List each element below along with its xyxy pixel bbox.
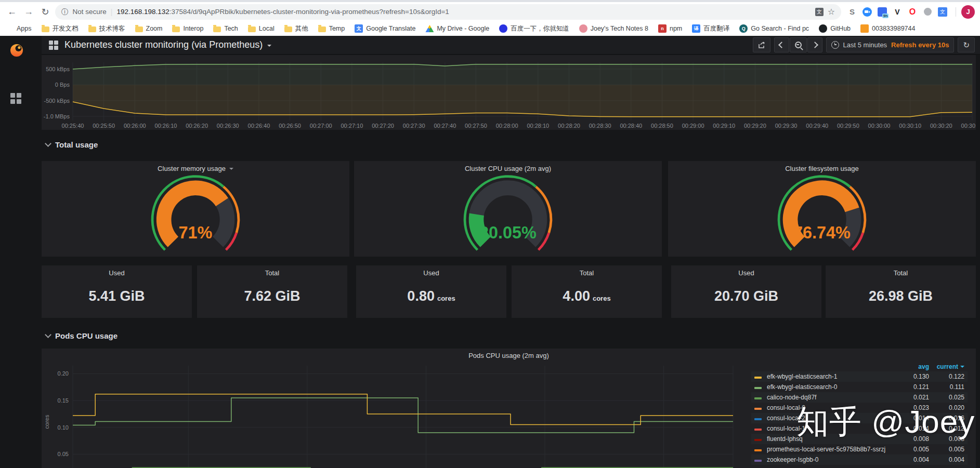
legend-swatch [754, 408, 762, 410]
svg-text:00:27:20: 00:27:20 [372, 123, 394, 129]
v-extension-icon[interactable]: V [893, 7, 902, 17]
bookmark-item[interactable]: 开发文档 [42, 24, 79, 33]
stat-panel: Used5.41 GiB [42, 265, 192, 318]
bookmark-item[interactable]: 其他 [284, 24, 308, 33]
panel-title[interactable]: Total [580, 265, 594, 277]
chevron-down-icon [45, 331, 51, 338]
profile-avatar[interactable]: J [961, 5, 975, 19]
panel-title[interactable]: Used [738, 265, 754, 277]
stat-panel: Total4.00cores [512, 265, 662, 318]
bookmark-item[interactable]: Interop [172, 25, 203, 32]
legend-swatch [754, 397, 762, 399]
svg-text:00:26:00: 00:26:00 [124, 123, 146, 129]
s-extension-icon[interactable]: S [847, 7, 857, 17]
bookmark-label: Joey's Tech Notes 8 [591, 25, 648, 32]
bookmark-label: Apps [17, 25, 32, 32]
bookmark-item[interactable]: 文Google Translate [355, 24, 415, 33]
bookmark-label: 百度一下，你就知道 [511, 24, 569, 33]
svg-text:0.20: 0.20 [58, 370, 69, 377]
stat-panel: Used20.70 GiB [671, 265, 821, 318]
legend-col-current[interactable]: current [929, 363, 964, 370]
legend-col-avg[interactable]: avg [897, 363, 929, 370]
time-back-button[interactable] [774, 37, 789, 52]
svg-text:500 kBps: 500 kBps [46, 66, 70, 72]
google-translate-extension-icon[interactable]: 文 [938, 7, 947, 17]
refresh-button[interactable]: ↻ [958, 37, 975, 52]
svg-text:00:27:30: 00:27:30 [403, 123, 425, 129]
panel-title-text: Cluster filesystem usage [785, 165, 859, 172]
bookmark-item[interactable]: Tech [213, 25, 238, 32]
gauge-row: Cluster memory usage71%Cluster CPU usage… [42, 161, 976, 257]
zoom-camera-icon[interactable] [863, 7, 872, 17]
clock-icon [831, 41, 839, 49]
dashboard-grid-icon[interactable] [49, 41, 58, 50]
panel-title[interactable]: Cluster memory usage [158, 161, 233, 172]
bookmark-label: Tech [224, 25, 238, 32]
bookmark-item[interactable]: 003833989744 [860, 24, 915, 33]
grafana-logo-icon[interactable] [9, 43, 24, 60]
address-bar[interactable]: ⓘ Not secure | 192.168.198.132:37584/d/9… [55, 4, 841, 20]
dashboard-title[interactable]: Kubernetes cluster monitoring (via Prome… [64, 39, 271, 50]
watermark: 知乎 @Joey [796, 400, 975, 444]
bookmark-item[interactable]: Joey's Tech Notes 8 [579, 24, 648, 33]
panel-title[interactable]: Total [265, 265, 279, 277]
bookmark-item[interactable]: nnpm [658, 24, 682, 33]
forward-button[interactable]: → [22, 5, 35, 19]
network-io-panel: 500 kBps0 Bps-500 kBps-1.0 MBps00:25:400… [42, 55, 976, 130]
extensions-row: S 9h V O 文 [847, 7, 947, 17]
section-pods-cpu[interactable]: Pods CPU usage [42, 328, 976, 343]
refresh-icon: ↻ [963, 41, 970, 50]
dashboards-icon[interactable] [10, 93, 21, 104]
svg-text:00:28:20: 00:28:20 [558, 123, 580, 129]
stat-unit: cores [593, 295, 611, 302]
panel-title[interactable]: Used [423, 265, 439, 277]
bookmark-item[interactable]: Zoom [135, 25, 163, 32]
info-icon[interactable]: ⓘ [61, 7, 69, 17]
panel-title[interactable]: Pods CPU usage (2m avg) [42, 349, 976, 359]
bookmark-item[interactable]: My Drive - Google [425, 25, 489, 32]
bookmark-item[interactable]: Temp [318, 25, 345, 32]
section-total-usage[interactable]: Total usage [42, 137, 976, 152]
legend-series-name[interactable]: efk-wbygl-elasticsearch-1 [767, 373, 897, 380]
bookmark-label: 其他 [295, 24, 308, 33]
zoom-out-button[interactable] [790, 37, 807, 52]
translate-icon[interactable]: 文 [815, 8, 824, 16]
gauge-panel: Cluster memory usage71% [42, 161, 349, 257]
legend-row: prometheus-local-server-5c9758b8b7-ssrzj… [751, 444, 968, 454]
panel-title[interactable]: Cluster filesystem usage [785, 161, 859, 172]
generic-extension-icon[interactable] [923, 7, 932, 17]
share-button[interactable] [753, 37, 770, 52]
network-io-chart[interactable]: 500 kBps0 Bps-500 kBps-1.0 MBps00:25:400… [42, 55, 976, 130]
reload-button[interactable]: ↻ [38, 5, 52, 19]
back-button[interactable]: ← [5, 5, 19, 19]
time-range-label: Last 5 minutes [843, 41, 887, 49]
panel-title[interactable]: Cluster CPU usage (2m avg) [465, 161, 551, 172]
svg-text:00:27:00: 00:27:00 [310, 123, 332, 129]
svg-text:00:27:40: 00:27:40 [434, 123, 456, 129]
bookmark-item[interactable]: Local [248, 25, 275, 32]
legend-series-name[interactable]: zookeeper-lsgbb-0 [767, 456, 897, 463]
panel-title[interactable]: Used [109, 265, 124, 277]
legend-series-name[interactable]: efk-wbygl-elasticsearch-0 [767, 383, 897, 391]
bookmark-star-icon[interactable]: ☆ [828, 7, 835, 17]
bookmark-item[interactable]: Apps [6, 25, 32, 32]
stat-value-number: 4.00 [563, 288, 590, 304]
stat-value: 20.70 GiB [714, 288, 778, 304]
stat-value: 0.80cores [407, 288, 455, 304]
svg-text:00:29:10: 00:29:10 [713, 123, 735, 129]
bookmark-item[interactable]: 译百度翻译 [692, 24, 729, 33]
legend-current-value: 0.004 [929, 456, 964, 463]
bookmark-item[interactable]: QGo Search - Find pc [739, 24, 809, 33]
opera-icon[interactable]: O [908, 7, 917, 17]
bookmark-item[interactable]: 百度一下，你就知道 [499, 24, 569, 33]
go-search-icon: Q [739, 24, 748, 33]
bookmark-item[interactable]: 技术博客 [88, 24, 125, 33]
time-picker-button[interactable]: Last 5 minutes Refresh every 10s [826, 37, 955, 52]
bookmark-item[interactable]: GitHub [819, 24, 851, 33]
legend-series-name[interactable]: prometheus-local-server-5c9758b8b7-ssrzj [767, 446, 897, 453]
panel-title-text: Cluster memory usage [158, 165, 226, 172]
browser-extension-icon[interactable]: 9h [878, 7, 887, 17]
panel-title[interactable]: Total [894, 265, 908, 277]
time-forward-button[interactable] [807, 37, 822, 52]
legend-current-value: 0.122 [929, 373, 964, 380]
